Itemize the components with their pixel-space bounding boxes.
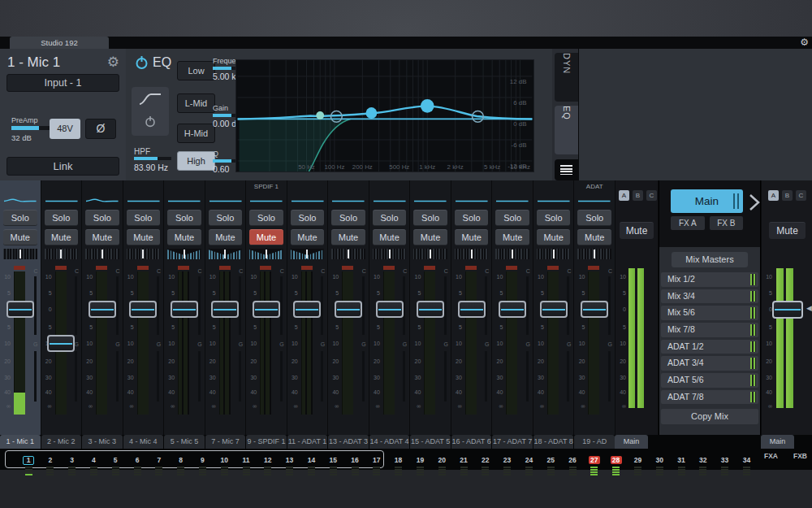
mute-button[interactable]: Mute — [620, 222, 654, 239]
solo-button[interactable]: Solo — [413, 210, 447, 226]
channel-number[interactable]: 16 — [345, 451, 365, 475]
fader-handle[interactable] — [211, 301, 239, 318]
channel-number[interactable]: 26 — [563, 451, 582, 475]
channel-number[interactable]: 10 — [214, 451, 234, 475]
pan-control[interactable] — [45, 249, 79, 259]
channel-strip[interactable]: SoloMute1050510203040∞CG — [205, 180, 246, 435]
solo-button[interactable]: Solo — [577, 210, 611, 226]
pan-control[interactable] — [127, 249, 161, 259]
solo-button[interactable]: Solo — [495, 210, 529, 226]
pan-control[interactable] — [373, 249, 407, 259]
layer-button-c[interactable]: C — [646, 190, 657, 201]
fader-handle[interactable] — [376, 301, 404, 318]
mute-button[interactable]: Mute — [127, 229, 161, 245]
channel-number[interactable]: 5 — [106, 451, 125, 475]
mute-button[interactable]: Mute — [291, 229, 325, 245]
channel-strip[interactable]: SoloMute1050510203040∞CG — [410, 180, 451, 435]
channel-strip[interactable]: SoloMute1050510203040∞CG — [328, 180, 369, 435]
mix-masters-header[interactable]: Mix Masters — [672, 252, 748, 267]
mix-master-item[interactable]: ADAT 7/8 — [661, 390, 758, 405]
channel-gear-icon[interactable]: ⚙ — [107, 54, 119, 71]
layer-button-a[interactable]: A — [768, 190, 779, 201]
mute-button[interactable]: Mute — [373, 229, 407, 245]
pan-control[interactable] — [455, 249, 489, 259]
channel-tab[interactable]: 11 - ADAT 1 — [287, 435, 328, 449]
phase-invert-button[interactable]: Ø — [85, 119, 116, 139]
pan-control[interactable] — [495, 249, 529, 259]
mute-button[interactable]: Mute — [167, 229, 201, 245]
fader-handle[interactable] — [47, 335, 75, 352]
channel-number[interactable]: 2 — [41, 451, 60, 475]
channel-number[interactable]: 1 — [19, 451, 38, 475]
channel-number[interactable]: 12 — [258, 451, 278, 475]
channel-number[interactable]: 21 — [454, 451, 473, 475]
channel-number[interactable]: 25 — [541, 451, 560, 475]
channel-strip[interactable]: SoloMute1050510203040∞CG — [287, 180, 328, 435]
eq-thumbnail[interactable] — [249, 192, 283, 206]
channel-number[interactable]: 9 — [192, 451, 212, 475]
eq-thumbnail[interactable] — [85, 192, 119, 206]
hpf-slider[interactable] — [134, 157, 171, 160]
channel-tab[interactable]: 16 - ADAT 6 — [451, 435, 492, 449]
channel-strip[interactable]: SoloMute1050510203040∞CG — [0, 180, 41, 435]
mute-button[interactable]: Mute — [3, 229, 37, 245]
eq-thumbnail[interactable] — [577, 192, 611, 206]
mix-master-item[interactable]: Mix 3/4 — [661, 289, 758, 304]
channel-strip[interactable]: SoloMute1050510203040∞CG — [41, 180, 82, 435]
channel-number[interactable]: 3 — [63, 451, 82, 475]
channel-tab[interactable]: 17 - ADAT 7 — [492, 435, 533, 449]
main-tab-left[interactable]: Main — [615, 435, 648, 449]
fx-button-fxa[interactable]: FX A — [671, 216, 705, 230]
eq-thumbnail[interactable] — [413, 192, 447, 206]
solo-button[interactable]: Solo — [455, 210, 489, 226]
mute-button[interactable]: Mute — [495, 229, 529, 245]
channel-number[interactable]: 27 — [585, 451, 604, 475]
pan-control[interactable] — [291, 249, 325, 259]
channel-number[interactable]: 28 — [607, 451, 626, 475]
channel-tab[interactable]: 2 - Mic 2 — [41, 435, 82, 449]
channel-tab[interactable]: 4 - Mic 4 — [123, 435, 164, 449]
channel-tab[interactable]: 9 - SPDIF 1 — [246, 435, 287, 449]
mute-button[interactable]: Mute — [537, 229, 571, 245]
main-tab-right[interactable]: Main — [761, 435, 794, 449]
channel-number[interactable]: 7 — [149, 451, 169, 475]
mix-master-item[interactable]: Mix 1/2 — [661, 272, 758, 287]
solo-button[interactable]: Solo — [373, 210, 407, 226]
eq-response-graph[interactable]: 50 Hz100 Hz200 Hz500 Hz1 kHz2 kHz5 kHz10… — [235, 59, 534, 172]
fader-handle[interactable] — [6, 301, 34, 318]
channel-number[interactable]: 14 — [301, 451, 321, 475]
eq-thumbnail[interactable] — [167, 192, 201, 206]
fader-handle[interactable] — [253, 301, 280, 318]
main-fader-handle[interactable] — [772, 301, 803, 319]
eq-band-high[interactable]: High — [177, 151, 215, 171]
solo-button[interactable]: Solo — [291, 210, 325, 226]
eq-thumbnail[interactable] — [373, 192, 407, 206]
tab-eq[interactable]: EQ — [555, 106, 578, 154]
channel-tab[interactable]: 14 - ADAT 4 — [369, 435, 410, 449]
channel-number[interactable]: 18 — [389, 451, 408, 475]
input-select-button[interactable]: Input - 1 — [6, 74, 119, 92]
solo-button[interactable]: Solo — [537, 210, 571, 226]
solo-button[interactable]: Solo — [127, 210, 161, 226]
channel-number[interactable]: 32 — [693, 451, 713, 475]
pan-control[interactable] — [537, 249, 571, 259]
channel-strip[interactable]: SoloMute1050510203040∞CG — [451, 180, 492, 435]
fader-handle[interactable] — [581, 301, 608, 318]
eq-thumbnail[interactable] — [127, 192, 161, 206]
channel-number[interactable]: 4 — [84, 451, 103, 475]
channel-number[interactable]: 17 — [367, 451, 387, 475]
phantom-48v-button[interactable]: 48V — [50, 119, 80, 139]
channel-tab[interactable]: 3 - Mic 3 — [82, 435, 123, 449]
link-button[interactable]: Link — [6, 157, 119, 176]
channel-strip[interactable]: SoloMute1050510203040∞CG — [123, 180, 164, 435]
channel-number[interactable]: 23 — [498, 451, 517, 475]
settings-gear-icon[interactable]: ⚙ — [800, 37, 809, 49]
main-mix-button[interactable]: Main — [671, 189, 743, 213]
solo-button[interactable]: Solo — [331, 210, 365, 226]
eq-thumbnail[interactable] — [331, 192, 365, 206]
device-tab-studio192[interactable]: Studio 192 — [10, 37, 109, 49]
solo-button[interactable]: Solo — [167, 210, 201, 226]
mute-button[interactable]: Mute — [209, 229, 243, 245]
hpf-power-icon[interactable] — [145, 116, 156, 128]
channel-number[interactable]: 20 — [432, 451, 451, 475]
